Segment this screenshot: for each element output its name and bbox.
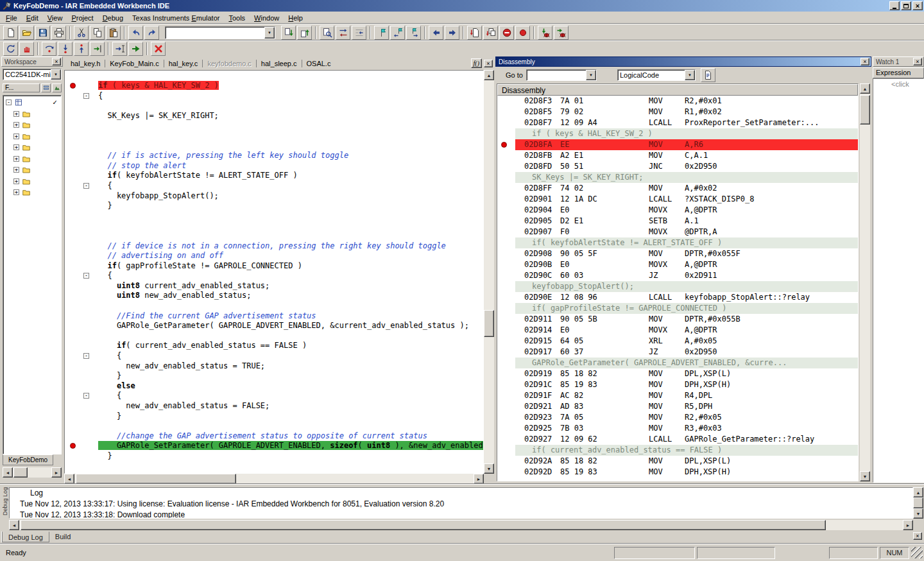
breakpoint-gutter-cell[interactable] (65, 401, 81, 411)
redo-button[interactable] (144, 26, 159, 40)
code-line[interactable]: new_adv_enabled_status = TRUE; (65, 361, 483, 372)
toggle-bookmark-button[interactable] (374, 26, 389, 40)
disassembly-gutter-cell[interactable] (497, 314, 515, 325)
tree-folder-node[interactable]: + (3, 187, 61, 198)
disassembly-source-line[interactable]: if( current_adv_enabled_status == FALSE … (497, 445, 858, 456)
disassembly-options-button[interactable] (701, 68, 715, 82)
disassembly-gutter-cell[interactable] (497, 379, 515, 390)
fold-collapse-icon[interactable]: - (83, 93, 89, 99)
disassembly-gutter-cell[interactable] (497, 183, 515, 194)
step-out-button[interactable] (74, 42, 89, 56)
breakpoint-gutter-cell[interactable] (65, 421, 81, 431)
stop-debugging-button[interactable] (151, 42, 166, 56)
breakpoint-gutter-cell[interactable] (65, 371, 81, 381)
disassembly-gutter-cell[interactable] (497, 172, 515, 183)
fold-collapse-icon[interactable]: - (83, 183, 89, 189)
breakpoint-gutter-cell[interactable] (65, 121, 81, 131)
breakpoint-gutter-cell[interactable] (65, 131, 81, 141)
editor-tab-hal-sleep-c[interactable]: hal_sleep.c (257, 58, 301, 69)
find-next-button[interactable] (281, 26, 296, 40)
breakpoint-gutter-cell[interactable] (65, 81, 81, 91)
step-into-button[interactable] (58, 42, 73, 56)
view-mode-combo[interactable]: LogicalCode ▼ (617, 69, 696, 81)
code-line[interactable]: } (65, 371, 483, 381)
scroll-right-icon[interactable]: ► (474, 474, 484, 484)
breakpoint-gutter-cell[interactable] (65, 391, 81, 401)
tree-folder-node[interactable]: + (3, 108, 61, 120)
scroll-thumb[interactable] (76, 474, 236, 484)
disassembly-line[interactable]: 02D8FD50 51JNC0x2D950 (497, 161, 858, 172)
disassembly-gutter-cell[interactable] (497, 445, 515, 456)
disassembly-line[interactable]: 02D8FF74 02MOVA,#0x02 (497, 183, 858, 194)
code-line[interactable]: -{ (65, 91, 483, 101)
code-line[interactable]: new_adv_enabled_status = FALSE; (65, 401, 483, 411)
code-line[interactable] (65, 421, 483, 431)
goto-dropdown-icon[interactable]: ▼ (586, 70, 596, 80)
breakpoint-gutter-cell[interactable] (65, 311, 81, 322)
log-vscrollbar[interactable]: ▲ ▼ (913, 487, 923, 519)
bottom-tab-debug-log[interactable]: Debug Log (2, 531, 49, 542)
close-button[interactable]: × (912, 1, 923, 10)
go-to-function-button[interactable]: f() (471, 58, 482, 68)
toggle-breakpoint-button[interactable] (515, 26, 530, 40)
disassembly-gutter-cell[interactable] (497, 467, 515, 478)
scroll-track[interactable] (74, 474, 474, 484)
disassembly-gutter-cell[interactable] (497, 161, 515, 172)
code-line[interactable]: } (65, 451, 483, 462)
disassembly-line[interactable]: 02D921AD 83MOVR5,DPH (497, 401, 858, 412)
disassembly-gutter-cell[interactable] (497, 117, 515, 128)
scroll-down-icon[interactable]: ▼ (484, 463, 494, 474)
collapse-icon[interactable]: - (6, 99, 12, 105)
code-line[interactable]: // if is active, pressing the left key s… (65, 151, 483, 161)
find-combo[interactable]: ▼ (165, 26, 275, 39)
watch-expression-header[interactable]: Expression (873, 67, 924, 78)
expand-icon[interactable]: + (13, 189, 19, 195)
code-line[interactable] (65, 121, 483, 131)
watch-placeholder-row[interactable]: <click (873, 79, 923, 89)
code-line[interactable] (65, 301, 483, 311)
menu-edit[interactable]: Edit (22, 13, 43, 23)
disassembly-line[interactable]: 02D91564 05XRLA,#0x05 (497, 336, 858, 347)
code-line[interactable]: - { (65, 181, 483, 191)
breakpoint-gutter-cell[interactable] (65, 151, 81, 161)
breakpoint-gutter-cell[interactable] (65, 321, 81, 331)
scroll-track[interactable] (13, 467, 51, 478)
expand-icon[interactable]: + (13, 111, 19, 117)
files-option-button-2[interactable] (52, 83, 62, 92)
fold-collapse-icon[interactable]: - (83, 273, 89, 279)
breakpoint-gutter-cell[interactable] (65, 181, 81, 191)
previous-bookmark-button[interactable] (390, 26, 405, 40)
disassembly-gutter-cell[interactable] (497, 128, 515, 139)
disassembly-source-line[interactable]: keyfobapp_StopAlert(); (497, 281, 858, 292)
minimize-button[interactable] (889, 1, 900, 10)
find-in-files-button[interactable] (320, 26, 334, 40)
scroll-left-icon[interactable]: ◄ (64, 474, 74, 484)
breakpoint-gutter-cell[interactable] (65, 261, 81, 272)
step-over-button[interactable] (42, 42, 56, 56)
expand-icon[interactable]: + (13, 156, 19, 162)
menu-texas-instruments-emulator[interactable]: Texas Instruments Emulator (128, 13, 224, 23)
disassembly-line[interactable]: 02D8FBA2 E1MOVC,A.1 (497, 150, 858, 161)
disassembly-line[interactable]: 02D91985 18 82MOVDPL,XSP(L) (497, 368, 858, 379)
disassembly-gutter-cell[interactable] (497, 194, 515, 205)
breakpoint-gutter-cell[interactable] (65, 141, 81, 151)
breakpoint-gutter-cell[interactable] (65, 171, 81, 181)
code-line[interactable]: } (65, 201, 483, 211)
breakpoint-gutter-cell[interactable] (65, 271, 81, 281)
files-option-button-1[interactable] (41, 83, 51, 92)
workspace-config-dropdown-icon[interactable]: ▼ (51, 69, 61, 80)
project-tab-keyfobdemo[interactable]: KeyFobDemo (3, 454, 53, 465)
code-line[interactable] (65, 331, 483, 341)
code-line[interactable]: keyfobapp_StopAlert(); (65, 191, 483, 202)
fold-collapse-icon[interactable]: - (83, 393, 89, 399)
menu-help[interactable]: Help (284, 13, 307, 23)
open-file-button[interactable] (19, 26, 34, 40)
disassembly-gutter-cell[interactable] (497, 423, 515, 434)
editor-close-button[interactable]: × (484, 60, 493, 67)
breakpoint-gutter-cell[interactable] (65, 301, 81, 311)
editor-tab-osal-c[interactable]: OSAL.c (303, 58, 335, 69)
scroll-up-icon[interactable]: ▲ (913, 487, 923, 497)
disassembly-gutter-cell[interactable] (497, 434, 515, 445)
expand-icon[interactable]: + (13, 122, 19, 128)
breakpoint-gutter-cell[interactable] (65, 411, 81, 422)
